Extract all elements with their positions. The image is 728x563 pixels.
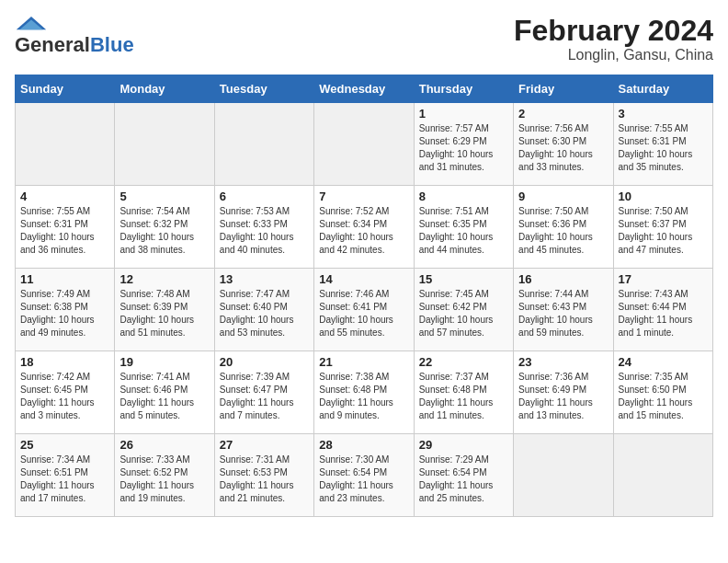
day-info: Sunrise: 7:34 AM Sunset: 6:51 PM Dayligh… bbox=[20, 454, 109, 505]
day-number: 23 bbox=[518, 355, 608, 369]
day-info: Sunrise: 7:50 AM Sunset: 6:36 PM Dayligh… bbox=[518, 205, 608, 257]
calendar-cell bbox=[613, 434, 712, 517]
calendar-cell: 15Sunrise: 7:45 AM Sunset: 6:42 PM Dayli… bbox=[414, 269, 513, 351]
calendar-cell: 5Sunrise: 7:54 AM Sunset: 6:32 PM Daylig… bbox=[115, 186, 214, 269]
weekday-header-wednesday: Wednesday bbox=[314, 75, 414, 103]
calendar-cell: 24Sunrise: 7:35 AM Sunset: 6:50 PM Dayli… bbox=[613, 351, 712, 434]
calendar-cell: 3Sunrise: 7:55 AM Sunset: 6:31 PM Daylig… bbox=[613, 103, 712, 186]
calendar-cell: 17Sunrise: 7:43 AM Sunset: 6:44 PM Dayli… bbox=[613, 269, 712, 351]
calendar-cell: 23Sunrise: 7:36 AM Sunset: 6:49 PM Dayli… bbox=[514, 351, 613, 434]
day-info: Sunrise: 7:35 AM Sunset: 6:50 PM Dayligh… bbox=[619, 371, 708, 422]
calendar-cell: 11Sunrise: 7:49 AM Sunset: 6:38 PM Dayli… bbox=[16, 269, 115, 351]
day-number: 20 bbox=[220, 355, 309, 369]
day-info: Sunrise: 7:36 AM Sunset: 6:49 PM Dayligh… bbox=[518, 371, 608, 422]
calendar-cell: 20Sunrise: 7:39 AM Sunset: 6:47 PM Dayli… bbox=[214, 351, 313, 434]
weekday-header-thursday: Thursday bbox=[414, 75, 513, 103]
calendar-header: SundayMondayTuesdayWednesdayThursdayFrid… bbox=[16, 75, 713, 103]
calendar-cell: 7Sunrise: 7:52 AM Sunset: 6:34 PM Daylig… bbox=[314, 186, 414, 269]
day-info: Sunrise: 7:30 AM Sunset: 6:54 PM Dayligh… bbox=[319, 454, 408, 505]
day-info: Sunrise: 7:51 AM Sunset: 6:35 PM Dayligh… bbox=[419, 205, 508, 257]
day-info: Sunrise: 7:45 AM Sunset: 6:42 PM Dayligh… bbox=[419, 288, 508, 339]
day-number: 15 bbox=[419, 272, 508, 286]
day-number: 22 bbox=[419, 355, 508, 369]
day-info: Sunrise: 7:49 AM Sunset: 6:38 PM Dayligh… bbox=[20, 288, 109, 339]
day-number: 19 bbox=[119, 355, 209, 369]
logo-icon bbox=[15, 15, 48, 33]
weekday-header-saturday: Saturday bbox=[613, 75, 712, 103]
title-block: February 2024 Longlin, Gansu, China bbox=[514, 15, 713, 63]
calendar-cell: 4Sunrise: 7:55 AM Sunset: 6:31 PM Daylig… bbox=[16, 186, 115, 269]
weekday-header-tuesday: Tuesday bbox=[214, 75, 313, 103]
calendar-subtitle: Longlin, Gansu, China bbox=[514, 47, 713, 63]
day-number: 25 bbox=[20, 438, 109, 452]
day-number: 10 bbox=[619, 190, 708, 203]
calendar-cell bbox=[514, 434, 613, 517]
day-number: 17 bbox=[619, 272, 708, 286]
calendar-cell bbox=[16, 103, 115, 186]
calendar-week-2: 4Sunrise: 7:55 AM Sunset: 6:31 PM Daylig… bbox=[16, 186, 713, 269]
day-info: Sunrise: 7:37 AM Sunset: 6:48 PM Dayligh… bbox=[419, 371, 508, 422]
calendar-cell: 22Sunrise: 7:37 AM Sunset: 6:48 PM Dayli… bbox=[414, 351, 513, 434]
calendar-cell bbox=[214, 103, 313, 186]
day-info: Sunrise: 7:42 AM Sunset: 6:45 PM Dayligh… bbox=[20, 371, 109, 422]
calendar-cell: 6Sunrise: 7:53 AM Sunset: 6:33 PM Daylig… bbox=[214, 186, 313, 269]
day-info: Sunrise: 7:55 AM Sunset: 6:31 PM Dayligh… bbox=[619, 122, 708, 174]
day-info: Sunrise: 7:52 AM Sunset: 6:34 PM Dayligh… bbox=[319, 205, 408, 257]
day-number: 7 bbox=[319, 190, 408, 203]
weekday-header-sunday: Sunday bbox=[16, 75, 115, 103]
day-number: 29 bbox=[419, 438, 508, 452]
calendar-cell: 19Sunrise: 7:41 AM Sunset: 6:46 PM Dayli… bbox=[115, 351, 214, 434]
day-number: 5 bbox=[119, 190, 209, 203]
logo-general: General bbox=[15, 33, 90, 57]
day-number: 1 bbox=[419, 107, 508, 121]
weekday-header-friday: Friday bbox=[514, 75, 613, 103]
day-info: Sunrise: 7:41 AM Sunset: 6:46 PM Dayligh… bbox=[119, 371, 209, 422]
calendar-cell: 9Sunrise: 7:50 AM Sunset: 6:36 PM Daylig… bbox=[514, 186, 613, 269]
day-info: Sunrise: 7:56 AM Sunset: 6:30 PM Dayligh… bbox=[518, 122, 608, 174]
day-number: 8 bbox=[419, 190, 508, 203]
day-number: 14 bbox=[319, 272, 408, 286]
day-info: Sunrise: 7:48 AM Sunset: 6:39 PM Dayligh… bbox=[119, 288, 209, 339]
day-number: 9 bbox=[518, 190, 608, 203]
day-number: 6 bbox=[220, 190, 309, 203]
calendar-cell: 1Sunrise: 7:57 AM Sunset: 6:29 PM Daylig… bbox=[414, 103, 513, 186]
day-info: Sunrise: 7:31 AM Sunset: 6:53 PM Dayligh… bbox=[220, 454, 309, 505]
day-info: Sunrise: 7:29 AM Sunset: 6:54 PM Dayligh… bbox=[419, 454, 508, 505]
logo-blue: Blue bbox=[90, 33, 134, 57]
day-number: 24 bbox=[619, 355, 708, 369]
calendar-cell: 28Sunrise: 7:30 AM Sunset: 6:54 PM Dayli… bbox=[314, 434, 414, 517]
calendar-body: 1Sunrise: 7:57 AM Sunset: 6:29 PM Daylig… bbox=[16, 103, 713, 517]
calendar-week-5: 25Sunrise: 7:34 AM Sunset: 6:51 PM Dayli… bbox=[16, 434, 713, 517]
calendar-cell: 29Sunrise: 7:29 AM Sunset: 6:54 PM Dayli… bbox=[414, 434, 513, 517]
calendar-cell: 12Sunrise: 7:48 AM Sunset: 6:39 PM Dayli… bbox=[115, 269, 214, 351]
calendar-cell: 25Sunrise: 7:34 AM Sunset: 6:51 PM Dayli… bbox=[16, 434, 115, 517]
calendar-cell: 14Sunrise: 7:46 AM Sunset: 6:41 PM Dayli… bbox=[314, 269, 414, 351]
calendar-cell: 13Sunrise: 7:47 AM Sunset: 6:40 PM Dayli… bbox=[214, 269, 313, 351]
day-number: 2 bbox=[518, 107, 608, 121]
day-number: 28 bbox=[319, 438, 408, 452]
day-number: 4 bbox=[20, 190, 109, 203]
day-number: 12 bbox=[119, 272, 209, 286]
day-number: 3 bbox=[619, 107, 708, 121]
calendar-cell: 27Sunrise: 7:31 AM Sunset: 6:53 PM Dayli… bbox=[214, 434, 313, 517]
day-info: Sunrise: 7:39 AM Sunset: 6:47 PM Dayligh… bbox=[220, 371, 309, 422]
calendar-cell: 26Sunrise: 7:33 AM Sunset: 6:52 PM Dayli… bbox=[115, 434, 214, 517]
day-info: Sunrise: 7:33 AM Sunset: 6:52 PM Dayligh… bbox=[119, 454, 209, 505]
day-info: Sunrise: 7:44 AM Sunset: 6:43 PM Dayligh… bbox=[518, 288, 608, 339]
calendar-cell: 21Sunrise: 7:38 AM Sunset: 6:48 PM Dayli… bbox=[314, 351, 414, 434]
day-number: 18 bbox=[20, 355, 109, 369]
calendar-cell bbox=[314, 103, 414, 186]
day-number: 21 bbox=[319, 355, 408, 369]
calendar-cell bbox=[115, 103, 214, 186]
calendar-table: SundayMondayTuesdayWednesdayThursdayFrid… bbox=[15, 75, 713, 517]
day-number: 16 bbox=[518, 272, 608, 286]
day-number: 27 bbox=[220, 438, 309, 452]
day-info: Sunrise: 7:50 AM Sunset: 6:37 PM Dayligh… bbox=[619, 205, 708, 257]
calendar-cell: 18Sunrise: 7:42 AM Sunset: 6:45 PM Dayli… bbox=[16, 351, 115, 434]
day-info: Sunrise: 7:53 AM Sunset: 6:33 PM Dayligh… bbox=[220, 205, 309, 257]
calendar-cell: 16Sunrise: 7:44 AM Sunset: 6:43 PM Dayli… bbox=[514, 269, 613, 351]
day-info: Sunrise: 7:46 AM Sunset: 6:41 PM Dayligh… bbox=[319, 288, 408, 339]
calendar-week-4: 18Sunrise: 7:42 AM Sunset: 6:45 PM Dayli… bbox=[16, 351, 713, 434]
day-number: 11 bbox=[20, 272, 109, 286]
day-number: 26 bbox=[119, 438, 209, 452]
